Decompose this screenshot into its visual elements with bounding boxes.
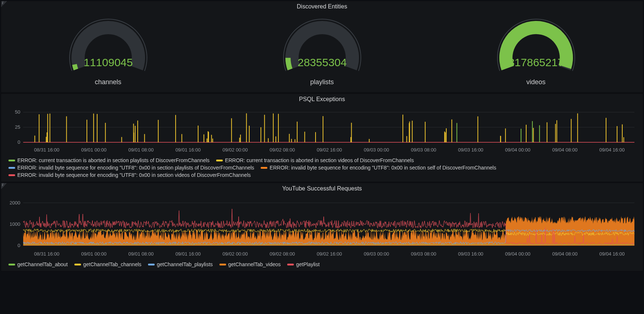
svg-rect-33	[93, 114, 94, 142]
svg-rect-7	[264, 115, 265, 142]
legend-label: ERROR: invalid byte sequence for encodin…	[17, 165, 254, 171]
svg-rect-51	[445, 132, 446, 142]
svg-rect-44	[39, 114, 39, 142]
svg-rect-78	[47, 132, 47, 142]
svg-rect-41	[66, 116, 67, 142]
panel-title: PSQL Exceptions	[1, 94, 643, 103]
svg-rect-58	[623, 137, 624, 142]
svg-text:1000: 1000	[10, 221, 20, 227]
svg-rect-56	[446, 128, 447, 142]
legend-swatch-icon	[8, 264, 15, 265]
x-tick: 09/02 16:00	[317, 147, 342, 153]
svg-rect-15	[268, 138, 269, 142]
svg-rect-17	[261, 127, 261, 142]
svg-rect-76	[50, 114, 50, 142]
legend-swatch-icon	[219, 264, 226, 265]
x-tick: 09/04 16:00	[599, 251, 625, 257]
x-tick: 09/04 08:00	[552, 147, 578, 153]
legend-label: getChannelTab_about	[17, 261, 68, 267]
svg-rect-29	[617, 126, 617, 142]
legend-item[interactable]: getChannelTab_playlists	[148, 261, 213, 267]
svg-text:0: 0	[18, 243, 20, 248]
legend-label: getChannelTab_playlists	[157, 261, 213, 267]
gauge-value: 28355304	[298, 56, 346, 68]
x-tick: 09/02 16:00	[317, 251, 342, 257]
legend-item[interactable]: ERROR: invalid byte sequence for encodin…	[8, 172, 251, 178]
legend-label: getPlaylist	[296, 261, 320, 267]
gauge-playlists: 28355304playlists	[278, 14, 366, 86]
x-tick: 09/01 16:00	[175, 251, 201, 257]
x-tick: 09/01 00:00	[81, 147, 107, 153]
panel-psql-exceptions: PSQL Exceptions 02550 08/31 16:0009/01 0…	[1, 93, 643, 182]
legend-item[interactable]: getChannelTab_videos	[219, 261, 281, 267]
svg-rect-72	[208, 131, 208, 142]
svg-rect-49	[315, 132, 316, 142]
panel-discovered-entities: Discovered Entities 11109045channels2835…	[1, 1, 643, 93]
legend-item[interactable]: getChannelTab_about	[8, 261, 68, 267]
legend-swatch-icon	[8, 167, 15, 169]
svg-rect-53	[539, 125, 540, 142]
legend-label: ERROR: current transaction is aborted in…	[225, 157, 414, 163]
x-tick: 09/03 00:00	[364, 251, 389, 257]
psql-chart[interactable]: 02550	[5, 106, 638, 146]
x-tick: 09/03 16:00	[458, 147, 483, 153]
psql-legend: ERROR: current transaction is aborted in…	[1, 156, 643, 182]
youtube-legend: getChannelTab_aboutgetChannelTab_channel…	[1, 260, 643, 271]
svg-rect-34	[239, 138, 240, 142]
x-tick: 09/02 00:00	[222, 251, 248, 257]
svg-rect-54	[289, 134, 290, 142]
legend-item[interactable]: ERROR: invalid byte sequence for encodin…	[8, 165, 254, 171]
svg-rect-25	[526, 125, 527, 142]
panel-title: YouTube Successful Requests	[1, 183, 643, 192]
svg-rect-73	[275, 136, 276, 142]
svg-text:2000: 2000	[10, 200, 20, 206]
svg-rect-46	[532, 121, 533, 142]
svg-rect-48	[407, 136, 407, 142]
svg-rect-60	[133, 124, 134, 142]
legend-item[interactable]: ERROR: current transaction is aborted in…	[216, 157, 414, 163]
svg-rect-82	[175, 115, 176, 142]
svg-rect-65	[351, 137, 351, 142]
svg-rect-57	[240, 135, 241, 142]
svg-rect-14	[457, 123, 457, 142]
legend-item[interactable]: ERROR: invalid byte sequence for encodin…	[261, 165, 496, 171]
svg-rect-27	[425, 122, 426, 142]
svg-rect-69	[556, 120, 557, 142]
svg-text:0: 0	[18, 139, 20, 145]
gauge-label: playlists	[278, 78, 366, 86]
legend-item[interactable]: getPlaylist	[287, 261, 320, 267]
panel-title: Discovered Entities	[1, 1, 643, 10]
x-tick: 09/04 00:00	[505, 147, 531, 153]
legend-item[interactable]: getChannelTab_channels	[74, 261, 141, 267]
svg-rect-81	[369, 139, 370, 142]
svg-rect-55	[305, 132, 305, 142]
legend-swatch-icon	[287, 264, 294, 265]
legend-label: ERROR: current transaction is aborted in…	[17, 157, 210, 163]
svg-rect-10	[135, 126, 136, 142]
svg-rect-71	[144, 134, 145, 142]
info-icon[interactable]	[1, 1, 7, 7]
svg-rect-70	[521, 129, 521, 142]
svg-rect-36	[444, 132, 445, 142]
svg-rect-22	[412, 121, 413, 142]
svg-rect-66	[198, 126, 198, 142]
svg-rect-9	[97, 114, 98, 142]
legend-label: ERROR: invalid byte sequence for encodin…	[270, 165, 496, 171]
legend-item[interactable]: ERROR: current transaction is aborted in…	[8, 157, 210, 163]
youtube-chart[interactable]: 010002000	[5, 195, 638, 250]
x-tick: 09/01 08:00	[128, 251, 154, 257]
svg-rect-19	[137, 121, 138, 142]
x-tick: 09/04 00:00	[505, 251, 531, 257]
svg-rect-18	[505, 128, 506, 142]
x-tick: 09/03 16:00	[458, 251, 483, 257]
info-icon[interactable]	[1, 183, 7, 189]
legend-label: ERROR: invalid byte sequence for encodin…	[17, 172, 251, 178]
svg-rect-11	[87, 120, 87, 142]
svg-rect-77	[273, 114, 274, 142]
svg-rect-21	[211, 135, 212, 142]
gauge-label: videos	[492, 78, 580, 86]
svg-rect-26	[478, 117, 478, 142]
svg-rect-79	[402, 115, 403, 142]
x-tick: 09/03 08:00	[411, 147, 436, 153]
gauge-label: channels	[64, 78, 152, 86]
